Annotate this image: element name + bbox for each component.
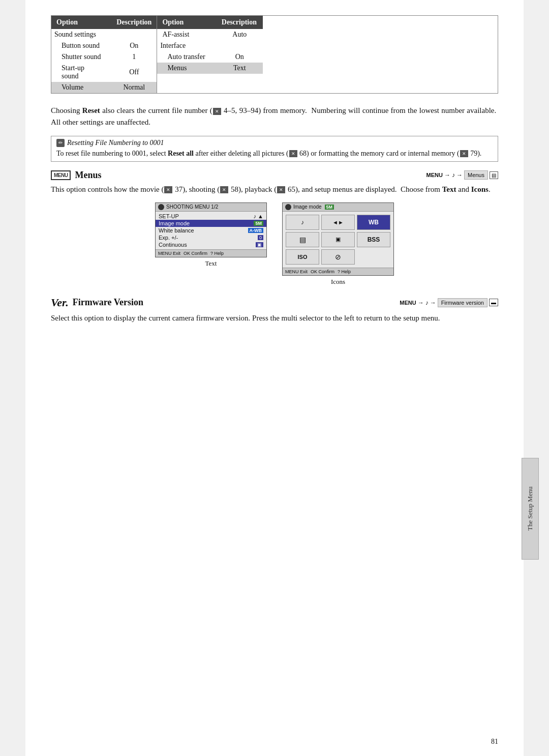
exp-label: Exp. +/- <box>159 235 178 241</box>
screenshot-row-continuous: Continuous ▣ <box>156 241 266 248</box>
text-screenshot-label: Text <box>205 259 217 268</box>
icon-cell-arrows: ◄► <box>321 215 355 230</box>
bottom-ok-confirm: OK Confirm <box>184 251 207 256</box>
menu-path-arrow2: → <box>456 171 463 179</box>
text-screenshot-content: SET-UP ♪ ▲ Image mode 5M White balance A… <box>156 212 266 249</box>
icons-screenshot-topbar: Image mode 5M <box>283 203 393 212</box>
menus-section-title: Menus <box>75 170 101 181</box>
page-number: 81 <box>491 738 498 746</box>
page-ref-icon3: ✕ <box>460 150 468 157</box>
firmware-path-menu-label: MENU <box>400 300 416 306</box>
menu-path-menu-label: MENU <box>426 172 443 178</box>
table-row: Interface <box>157 40 262 51</box>
icon-cell-music: ♪ <box>286 215 319 230</box>
af-assist-label: AF-assist <box>157 29 216 40</box>
shutter-sound-value: 1 <box>111 51 157 63</box>
menu-icon-box: MENU <box>51 170 71 180</box>
reset-paragraph: Choosing Reset also clears the current f… <box>51 105 498 129</box>
screenshot-row-exp: Exp. +/- 0 <box>156 234 266 241</box>
firmware-body-text: Select this option to display the curren… <box>51 312 498 324</box>
icons-topbar-camera-icon <box>285 204 291 210</box>
menu-path-list-icon: ▤ <box>490 171 498 179</box>
screenshot-row-imagemode: Image mode 5M <box>156 220 266 227</box>
table-row: Menus Text <box>157 63 262 74</box>
table-row: Volume Normal <box>51 82 157 93</box>
col-description-right-label: Description <box>217 16 263 29</box>
screenshot-row-wb: White balance A-WB <box>156 227 266 234</box>
icons-bottom-help: ? Help <box>338 269 351 274</box>
topbar-camera-icon <box>158 204 164 210</box>
menu-path-arrow1: → <box>444 171 450 179</box>
table-header-left: Option Description <box>51 16 157 29</box>
icons-bottom-menu-exit: MENU Exit <box>285 269 308 274</box>
icons-topbar-badge: 5M <box>325 205 334 210</box>
bottom-help: ? Help <box>210 251 224 256</box>
note-pencil-icon: ✏ <box>56 139 65 147</box>
col-description-label: Description <box>111 16 157 29</box>
screenshots-row: SHOOTING MENU 1/2 SET-UP ♪ ▲ Image mode … <box>51 202 498 286</box>
note-body: To reset file numbering to 0001, select … <box>56 148 493 159</box>
icon-cell-layers: ▣ <box>321 232 355 247</box>
note-title: ✏ Resetting File Numbering to 0001 <box>56 139 493 147</box>
screenshot-row-setup: SET-UP ♪ ▲ <box>156 213 266 220</box>
col-option-label: Option <box>51 16 111 29</box>
icons-screenshot-label: Icons <box>331 278 345 286</box>
icons-bottom-ok-confirm: OK Confirm <box>311 269 334 274</box>
icons-topbar-label: Image mode <box>293 204 322 210</box>
table-row: AF-assist Auto <box>157 29 262 40</box>
menu-path-note-icon: ♪ <box>452 171 455 179</box>
button-sound-label: Button sound <box>51 40 111 51</box>
firmware-path-arrow1: → <box>418 299 424 306</box>
icon-cell-iso: ISO <box>286 249 319 265</box>
menus-value: Text <box>217 63 263 74</box>
af-assist-value: Auto <box>217 29 263 40</box>
page-ref-icon5: ✕ <box>220 186 228 193</box>
wb-badge: A-WB <box>248 228 264 233</box>
auto-transfer-value: On <box>217 51 263 63</box>
menus-label: Menus <box>157 63 216 74</box>
icons-screenshot-frame: Image mode 5M ♪ ◄► WB ▤ ▣ BSS ISO ⊘ <box>282 202 394 276</box>
note-box: ✏ Resetting File Numbering to 0001 To re… <box>51 136 498 162</box>
text-bold: Text <box>442 185 456 193</box>
icons-screenshot-bottombar: MENU Exit OK Confirm ? Help <box>283 268 393 275</box>
startup-sound-label: Start-up sound <box>51 63 111 82</box>
button-sound-value: On <box>111 40 157 51</box>
icon-cell-square: ▤ <box>286 232 319 247</box>
setup-value: ♪ ▲ <box>254 213 263 219</box>
firmware-path-box: Firmware version <box>438 298 487 307</box>
shutter-sound-label: Shutter sound <box>51 51 111 63</box>
note-title-text: Resetting File Numbering to 0001 <box>67 139 164 147</box>
firmware-title: Firmware Version <box>73 297 143 308</box>
table-row: Shutter sound 1 <box>51 51 157 63</box>
startup-sound-value: Off <box>111 63 157 82</box>
text-screenshot-frame: SHOOTING MENU 1/2 SET-UP ♪ ▲ Image mode … <box>155 202 267 257</box>
table-row: Start-up sound Off <box>51 63 157 82</box>
topbar-label: SHOOTING MENU 1/2 <box>166 204 218 210</box>
continuous-badge: ▣ <box>256 242 263 247</box>
page-ref-icon4: ✕ <box>164 186 172 193</box>
interface-label: Interface <box>157 40 262 51</box>
setup-label: SET-UP <box>159 213 179 219</box>
volume-value: Normal <box>111 82 157 93</box>
icon-cell-circle: ⊘ <box>321 249 355 265</box>
page-ref-icon2: ✕ <box>289 150 297 157</box>
icons-screenshot-block: Image mode 5M ♪ ◄► WB ▤ ▣ BSS ISO ⊘ <box>282 202 394 286</box>
imagemode-badge: 5M <box>254 221 263 226</box>
reset-all-bold: Reset all <box>168 150 194 157</box>
text-screenshot-bottombar: MENU Exit OK Confirm ? Help <box>156 249 266 257</box>
menus-body-text: This option controls how the movie (✕ 37… <box>51 184 498 195</box>
imagemode-label: Image mode <box>159 220 190 226</box>
sound-settings-label: Sound settings <box>51 29 157 40</box>
page-ref-icon: ✕ <box>213 108 221 115</box>
ver-logo: Ver. <box>51 296 69 309</box>
settings-table: Option Description Sound settings Button… <box>51 15 498 94</box>
table-row: Button sound On <box>51 40 157 51</box>
text-screenshot-topbar: SHOOTING MENU 1/2 <box>156 203 266 212</box>
text-screenshot-block: SHOOTING MENU 1/2 SET-UP ♪ ▲ Image mode … <box>155 202 267 286</box>
firmware-path-note-icon: ♪ <box>425 299 429 306</box>
reset-bold: Reset <box>82 106 100 114</box>
auto-transfer-label: Auto transfer <box>157 51 216 63</box>
wb-label: White balance <box>159 227 194 234</box>
icon-cell-bss: BSS <box>357 232 390 247</box>
exp-badge: 0 <box>258 235 263 240</box>
